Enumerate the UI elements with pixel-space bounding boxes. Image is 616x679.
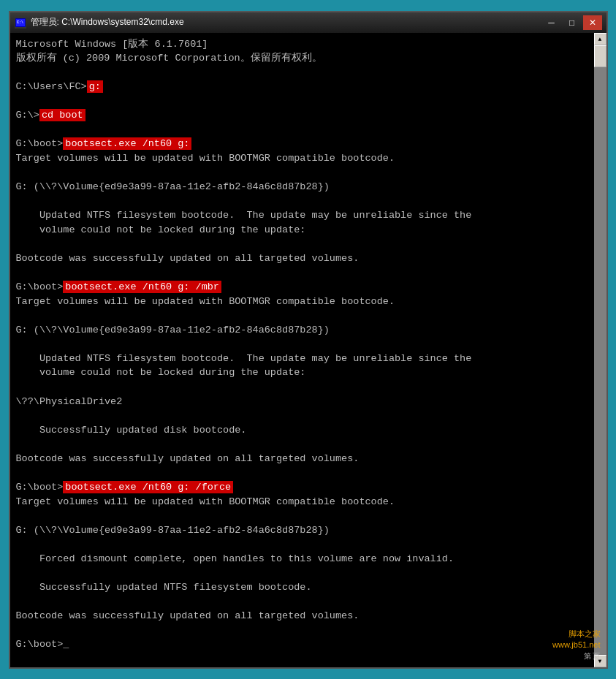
watermark: 脚本之家 www.jb51.net 第 页 <box>552 629 600 661</box>
terminal-line <box>16 194 588 209</box>
scroll-up-button[interactable]: ▲ <box>594 33 607 45</box>
terminal-line <box>16 623 588 638</box>
cmd-icon <box>15 18 26 27</box>
terminal-line: volume could not be locked during the up… <box>16 223 588 238</box>
terminal-line: Successfully updated disk bootcode. <box>16 423 588 438</box>
terminal-line <box>16 337 588 352</box>
terminal-line: 版权所有 (c) 2009 Microsoft Corporation。保留所有… <box>16 51 588 66</box>
cmd-window: 管理员: C:\Windows\system32\cmd.exe ─ □ ✕ M… <box>9 11 608 669</box>
terminal-line <box>16 266 588 281</box>
watermark-line1: 脚本之家 <box>552 629 600 640</box>
window-icon <box>15 17 26 29</box>
terminal-line <box>16 537 588 552</box>
prompt-text: G:\boot> <box>16 281 64 292</box>
terminal-line: Target volumes will be updated with BOOT… <box>16 151 588 166</box>
command-text: g: <box>87 80 103 93</box>
terminal-output[interactable]: Microsoft Windows [版本 6.1.7601]版权所有 (c) … <box>10 33 594 667</box>
terminal-line: G: (\\?\Volume{ed9e3a99-87aa-11e2-afb2-8… <box>16 323 588 338</box>
prompt-text: G:\boot> <box>16 639 64 650</box>
terminal-line: Target volumes will be updated with BOOT… <box>16 295 588 309</box>
cursor: _ <box>63 639 69 650</box>
maximize-button[interactable]: □ <box>563 15 582 30</box>
terminal-line: Target volumes will be updated with BOOT… <box>16 495 588 509</box>
terminal-line: Bootcode was successfully updated on all… <box>16 452 588 466</box>
terminal-line <box>16 237 588 251</box>
terminal-line: C:\Users\FC>g: <box>16 80 588 94</box>
terminal-line: G: (\\?\Volume{ed9e3a99-87aa-11e2-afb2-8… <box>16 180 588 194</box>
terminal-line: \??\PhysicalDrive2 <box>16 395 588 409</box>
prompt-text: G:\> <box>16 110 39 121</box>
scrollbar-thumb[interactable] <box>594 45 607 67</box>
terminal-line: volume could not be locked during the up… <box>16 365 588 380</box>
terminal-line: G:\boot>bootsect.exe /nt60 g: /mbr <box>16 280 588 295</box>
terminal-line: G:\boot>bootsect.exe /nt60 g: /force <box>16 480 588 495</box>
prompt-text: G:\boot> <box>16 138 64 149</box>
command-text: bootsect.exe /nt60 g: /mbr <box>63 281 221 293</box>
window-controls: ─ □ ✕ <box>542 15 602 30</box>
terminal-line <box>16 466 588 480</box>
terminal-line: Bootcode was successfully updated on all… <box>16 609 588 623</box>
terminal-line <box>16 94 588 109</box>
terminal-line: Forced dismount complete, open handles t… <box>16 552 588 566</box>
terminal-line: G:\boot>_ <box>16 637 588 652</box>
command-text: cd boot <box>39 109 85 121</box>
titlebar: 管理员: C:\Windows\system32\cmd.exe ─ □ ✕ <box>10 12 607 33</box>
terminal-line <box>16 437 588 452</box>
terminal-line <box>16 66 588 80</box>
terminal-line: G:\>cd boot <box>16 108 588 123</box>
content-area: Microsoft Windows [版本 6.1.7601]版权所有 (c) … <box>10 33 607 667</box>
terminal-line <box>16 166 588 181</box>
terminal-line: Updated NTFS filesystem bootcode. The up… <box>16 208 588 223</box>
terminal-line <box>16 123 588 137</box>
terminal-line: G:\boot>bootsect.exe /nt60 g: <box>16 137 588 151</box>
close-button[interactable]: ✕ <box>583 15 602 30</box>
scrollbar[interactable]: ▲ ▼ <box>594 33 607 667</box>
scrollbar-track[interactable] <box>594 45 607 655</box>
prompt-text: G:\boot> <box>16 482 64 493</box>
terminal-line <box>16 594 588 609</box>
command-text: bootsect.exe /nt60 g: <box>63 137 191 150</box>
minimize-button[interactable]: ─ <box>542 15 561 30</box>
terminal-line: Successfully updated NTFS filesystem boo… <box>16 580 588 595</box>
terminal-line <box>16 380 588 395</box>
watermark-line3: 第 页 <box>552 651 600 661</box>
watermark-line2: www.jb51.net <box>552 640 600 650</box>
prompt-text: C:\Users\FC> <box>16 81 87 92</box>
terminal-line <box>16 409 588 423</box>
terminal-line: Bootcode was successfully updated on all… <box>16 251 588 266</box>
terminal-line <box>16 566 588 580</box>
terminal-line: G: (\\?\Volume{ed9e3a99-87aa-11e2-afb2-8… <box>16 523 588 538</box>
window-title: 管理员: C:\Windows\system32\cmd.exe <box>31 16 538 29</box>
terminal-line: Microsoft Windows [版本 6.1.7601] <box>16 37 588 52</box>
terminal-line: Updated NTFS filesystem bootcode. The up… <box>16 352 588 366</box>
terminal-line <box>16 509 588 523</box>
command-text: bootsect.exe /nt60 g: /force <box>63 481 233 493</box>
terminal-line <box>16 308 588 323</box>
